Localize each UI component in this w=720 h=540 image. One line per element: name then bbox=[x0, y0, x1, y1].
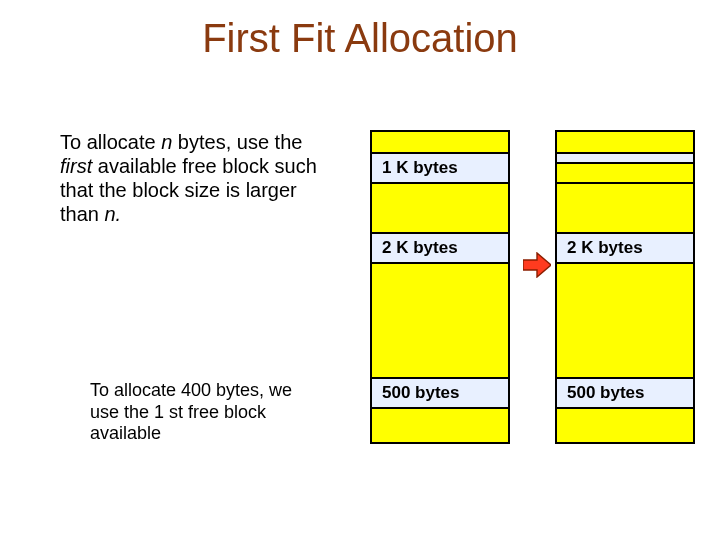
used-block bbox=[557, 132, 693, 154]
allocated-block bbox=[557, 154, 693, 164]
slide-title: First Fit Allocation bbox=[0, 16, 720, 61]
desc-part: bytes, use the bbox=[172, 131, 302, 153]
example-text: To allocate 400 bytes, we use the 1 st f… bbox=[90, 380, 300, 445]
arrow-icon bbox=[523, 252, 551, 278]
block-size-label: 2 K bytes bbox=[382, 238, 458, 258]
used-block bbox=[557, 264, 693, 379]
used-block bbox=[372, 132, 508, 154]
block-size-label: 2 K bytes bbox=[567, 238, 643, 258]
used-block bbox=[372, 264, 508, 379]
free-block: 1 K bytes bbox=[372, 154, 508, 184]
free-block: 500 bytes bbox=[372, 379, 508, 409]
used-block bbox=[557, 184, 693, 234]
block-size-label: 500 bytes bbox=[382, 383, 460, 403]
used-block bbox=[372, 184, 508, 234]
block-size-label: 1 K bytes bbox=[382, 158, 458, 178]
free-block: 2 K bytes bbox=[372, 234, 508, 264]
memory-column-before: 1 K bytes2 K bytes500 bytes bbox=[370, 130, 510, 444]
svg-marker-0 bbox=[523, 253, 551, 277]
description-text: To allocate n bytes, use the first avail… bbox=[60, 130, 330, 226]
block-size-label: 500 bytes bbox=[567, 383, 645, 403]
desc-n2: n. bbox=[104, 203, 121, 225]
used-block bbox=[557, 409, 693, 444]
used-block bbox=[557, 164, 693, 184]
used-block bbox=[372, 409, 508, 444]
desc-part: available free block such that the block… bbox=[60, 155, 317, 225]
memory-column-after: 2 K bytes500 bytes bbox=[555, 130, 695, 444]
free-block: 2 K bytes bbox=[557, 234, 693, 264]
free-block: 500 bytes bbox=[557, 379, 693, 409]
desc-first: first bbox=[60, 155, 92, 177]
desc-n: n bbox=[161, 131, 172, 153]
desc-part: To allocate bbox=[60, 131, 161, 153]
slide: First Fit Allocation To allocate n bytes… bbox=[0, 0, 720, 540]
